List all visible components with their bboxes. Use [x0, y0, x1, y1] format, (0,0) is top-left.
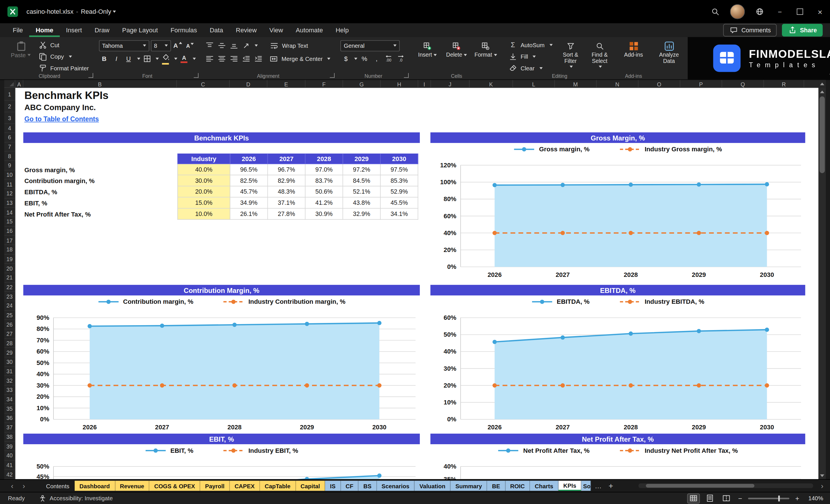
row-header-25[interactable]: 25 [4, 311, 15, 320]
sheet-tab-captable[interactable]: CapTable [260, 481, 296, 491]
zoom-in-button[interactable]: + [794, 494, 801, 502]
kpi-cell[interactable]: 43.8% [343, 197, 380, 209]
sheet-tab-payroll[interactable]: Payroll [200, 481, 230, 491]
kpi-cell[interactable]: 30.9% [306, 209, 343, 220]
column-header-P[interactable]: P [680, 80, 722, 88]
menu-tab-review[interactable]: Review [229, 23, 263, 37]
row-header-24[interactable]: 24 [4, 301, 15, 311]
decrease-decimal-button[interactable]: .0 [395, 53, 406, 64]
kpi-cell[interactable]: 97.5% [381, 164, 418, 175]
delete-cells-button[interactable]: Delete [444, 39, 469, 72]
sheet-tab-scenarios[interactable]: Scenarios [377, 481, 415, 491]
scroll-right-button[interactable]: › [816, 480, 828, 492]
autosum-button[interactable]: ΣAutoSum [507, 39, 554, 50]
sheet-tab-charts[interactable]: Charts [530, 481, 558, 491]
kpi-cell[interactable]: 10.0% [177, 209, 230, 220]
fill-button[interactable]: Fill [507, 51, 554, 62]
row-header-34[interactable]: 34 [4, 395, 15, 404]
merge-center-button[interactable]: Merge & Center [268, 53, 332, 64]
row-header-1[interactable]: 1 [4, 88, 15, 100]
kpi-cell[interactable]: 37.1% [268, 197, 306, 209]
chart-ebitda[interactable]: EBITDA, %EBITDA, %Industry EBITDA, %0%10… [430, 285, 805, 439]
row-header-20[interactable]: 20 [4, 264, 15, 274]
row-header-6[interactable]: 6 [4, 133, 15, 143]
currency-menu[interactable] [354, 58, 357, 60]
row-header-19[interactable]: 19 [4, 255, 15, 264]
sheet-tab-capital[interactable]: Capital [296, 481, 325, 491]
menu-tab-formulas[interactable]: Formulas [164, 23, 203, 37]
row-header-3[interactable]: 3 [4, 112, 15, 124]
column-header-D[interactable]: D [230, 80, 267, 88]
row-header-39[interactable]: 39 [4, 442, 15, 451]
row-header-29[interactable]: 29 [4, 348, 15, 357]
row-header-8[interactable]: 8 [4, 152, 15, 161]
kpi-col-2030[interactable]: 2030 [381, 154, 418, 164]
align-bottom-button[interactable] [228, 40, 239, 51]
kpi-cell[interactable]: 48.3% [268, 187, 306, 198]
row-header-41[interactable]: 41 [4, 460, 15, 470]
menu-tab-home[interactable]: Home [29, 23, 60, 37]
column-header-O[interactable]: O [638, 80, 680, 88]
row-header-23[interactable]: 23 [4, 292, 15, 302]
kpi-col-2027[interactable]: 2027 [268, 154, 306, 164]
addins-button[interactable]: Add-ins [621, 39, 646, 72]
clipboard-dialog-launcher[interactable] [88, 73, 93, 78]
alignment-dialog-launcher[interactable] [330, 73, 335, 78]
column-header-A[interactable]: A [15, 80, 24, 88]
read-only-menu[interactable]: Read-Only [81, 8, 116, 15]
menu-tab-help[interactable]: Help [329, 23, 355, 37]
row-header-2[interactable]: 2 [4, 101, 15, 113]
scroll-down-button[interactable] [819, 472, 826, 479]
row-header-15[interactable]: 15 [4, 217, 15, 226]
page-break-view-button[interactable] [721, 494, 732, 503]
sheet-tab-contents[interactable]: Contents [41, 481, 75, 491]
align-middle-button[interactable] [217, 40, 227, 51]
kpi-cell[interactable]: 34.9% [230, 197, 268, 209]
sheet-tab-cogs-opex[interactable]: COGS & OPEX [150, 481, 200, 491]
kpi-cell[interactable]: 32.9% [343, 209, 380, 220]
kpi-cell[interactable]: 83.7% [306, 175, 343, 187]
zoom-out-button[interactable]: − [737, 494, 743, 502]
row-header-4[interactable]: 4 [4, 124, 15, 133]
menu-tab-data[interactable]: Data [203, 23, 229, 37]
column-header-L[interactable]: L [513, 80, 555, 88]
sheet-tab-capex[interactable]: CAPEX [230, 481, 260, 491]
column-header-H[interactable]: H [381, 80, 418, 88]
column-header-S[interactable]: S [804, 80, 819, 88]
font-color-menu[interactable] [192, 58, 196, 60]
kpi-cell[interactable]: 97.2% [343, 164, 380, 175]
menu-tab-automate[interactable]: Automate [289, 23, 329, 37]
orientation-button[interactable] [241, 40, 251, 51]
more-sheets-button[interactable]: … [591, 482, 605, 490]
fill-color-menu[interactable] [174, 58, 177, 60]
row-header-35[interactable]: 35 [4, 404, 15, 414]
vertical-scroll-thumb[interactable] [820, 96, 825, 173]
menu-tab-view[interactable]: View [263, 23, 289, 37]
cut-button[interactable]: Cut [37, 39, 90, 50]
kpi-cell[interactable]: 85.3% [381, 175, 418, 187]
row-header-17[interactable]: 17 [4, 236, 15, 245]
row-header-11[interactable]: 11 [4, 180, 15, 189]
column-header-N[interactable]: N [597, 80, 638, 88]
sheet-tab-revenue[interactable]: Revenue [115, 481, 150, 491]
search-button[interactable] [705, 0, 725, 23]
sheet-tab-kpis[interactable]: KPIs [558, 481, 581, 491]
row-header-18[interactable]: 18 [4, 245, 15, 255]
clear-button[interactable]: Clear [507, 62, 554, 73]
kpi-cell[interactable]: 96.7% [268, 164, 306, 175]
row-header-16[interactable]: 16 [4, 226, 15, 236]
menu-tab-insert[interactable]: Insert [60, 23, 88, 37]
row-header-36[interactable]: 36 [4, 414, 15, 423]
kpi-cell[interactable]: 27.8% [268, 209, 306, 220]
currency-button[interactable]: $ [341, 53, 351, 64]
row-header-31[interactable]: 31 [4, 367, 15, 376]
kpi-cell[interactable]: 84.5% [343, 175, 380, 187]
kpi-cell[interactable]: 15.0% [177, 197, 230, 209]
row-header-7[interactable]: 7 [4, 142, 15, 152]
new-sheet-button[interactable]: + [605, 481, 616, 490]
comma-style-button[interactable]: , [371, 53, 382, 64]
row-header-28[interactable]: 28 [4, 339, 15, 348]
font-dialog-launcher[interactable] [194, 73, 198, 78]
orientation-menu[interactable] [255, 44, 258, 46]
align-left-button[interactable] [204, 53, 215, 64]
